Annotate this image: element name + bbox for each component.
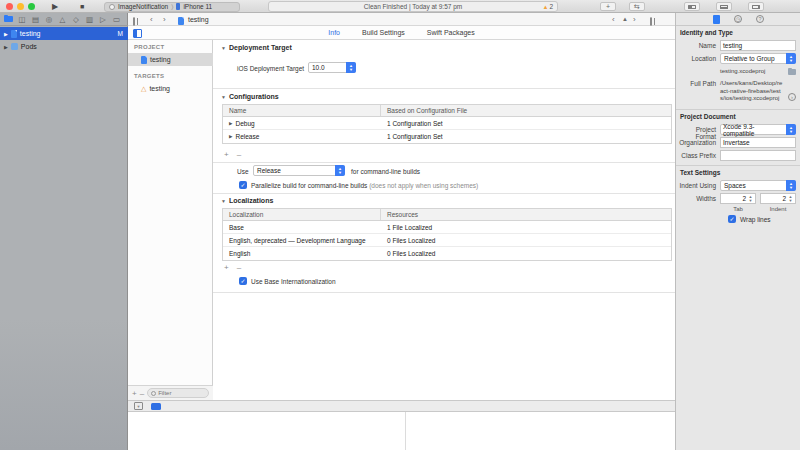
table-row[interactable]: Debug 1 Configuration Set (223, 117, 671, 130)
modified-badge: M (118, 30, 123, 37)
debug-console (128, 412, 675, 450)
column-localization: Localization (223, 209, 381, 220)
section-localizations[interactable]: Localizations (221, 197, 273, 204)
target-icon (141, 85, 146, 93)
add-configuration-button[interactable] (224, 150, 229, 159)
toggle-navigator-button[interactable] (684, 2, 700, 11)
base-internationalization-row[interactable]: Use Base Internationalization (239, 277, 336, 285)
minimize-window-button[interactable] (17, 3, 24, 10)
column-resources: Resources (381, 209, 671, 220)
table-row[interactable]: Base 1 File Localized (223, 221, 671, 234)
zoom-window-button[interactable] (28, 3, 35, 10)
report-navigator-icon[interactable]: ▭ (112, 15, 121, 24)
ios-deployment-target-select[interactable]: 10.0 (308, 62, 356, 73)
class-prefix-field[interactable] (720, 150, 796, 161)
filter-field[interactable] (147, 388, 209, 398)
indent-using-label: Indent Using (676, 182, 716, 189)
checkbox-checked-icon[interactable] (239, 181, 247, 189)
issue-navigator-icon[interactable]: △ (58, 15, 67, 24)
previous-issue-button[interactable] (612, 13, 615, 26)
checkbox-checked-icon[interactable] (728, 215, 736, 223)
section-configurations[interactable]: Configurations (221, 93, 279, 100)
library-button[interactable]: + (600, 2, 616, 11)
table-row[interactable]: English, deprecated — Development Langua… (223, 234, 671, 247)
disclosure-triangle-icon[interactable] (4, 44, 8, 50)
history-inspector-icon[interactable]: ◷ (734, 15, 742, 23)
tab-build-settings[interactable]: Build Settings (362, 29, 405, 36)
disclosure-triangle-icon[interactable] (4, 31, 8, 37)
remove-target-button[interactable] (140, 389, 144, 398)
wrap-lines-row[interactable]: Wrap lines (728, 215, 771, 223)
section-deployment-target[interactable]: Deployment Target (221, 44, 292, 51)
project-format-select[interactable]: Xcode 9.3-compatible (720, 124, 796, 135)
use-suffix-label: for command-line builds (351, 168, 420, 175)
nav-item-testing[interactable]: testing M (0, 27, 128, 40)
project-navigator-icon[interactable] (4, 16, 13, 22)
stop-button[interactable] (80, 0, 84, 13)
debug-navigator-icon[interactable]: ▥ (85, 15, 94, 24)
disclosure-down-icon[interactable] (221, 45, 226, 51)
reveal-in-finder-icon[interactable] (788, 93, 796, 101)
test-navigator-icon[interactable]: ◇ (72, 15, 81, 24)
organization-label: Organization (676, 139, 716, 146)
search-navigator-icon[interactable]: ◎ (45, 15, 54, 24)
warning-summary[interactable]: 2 (542, 3, 553, 10)
file-inspector-icon[interactable] (713, 15, 720, 24)
xcode-window: ImageNotification 〉 iPhone 11 Clean Fini… (0, 0, 800, 450)
tab-swift-packages[interactable]: Swift Packages (427, 29, 475, 36)
related-items-icon[interactable] (133, 17, 135, 26)
filter-input[interactable] (158, 390, 205, 396)
indent-width-stepper[interactable]: 2 (760, 193, 796, 204)
table-row[interactable]: Release 1 Configuration Set (223, 130, 671, 143)
nav-item-pods[interactable]: Pods (0, 40, 128, 53)
back-button[interactable] (150, 13, 153, 26)
disclosure-triangle-icon[interactable] (229, 121, 232, 126)
choose-location-folder-icon[interactable] (788, 69, 796, 75)
project-structure-toggle-icon[interactable] (133, 29, 142, 38)
stepper-arrows-icon (747, 194, 754, 203)
command-line-config-select[interactable]: Release (253, 165, 345, 176)
forward-button[interactable] (163, 13, 166, 26)
target-item[interactable]: testing (128, 82, 213, 95)
console-scope-icon[interactable] (151, 403, 161, 410)
adjust-editor-icon[interactable] (650, 17, 652, 26)
disclosure-down-icon[interactable] (221, 94, 226, 100)
table-row[interactable]: English 0 Files Localized (223, 247, 671, 260)
source-control-navigator-icon[interactable]: ◫ (18, 15, 27, 24)
close-window-button[interactable] (6, 3, 13, 10)
tab-info[interactable]: Info (328, 29, 340, 36)
identity-and-type-title: Identity and Type (680, 29, 733, 36)
editor-area: testing Info Build Settings Swift Packag… (128, 13, 675, 450)
toggle-debug-area-button[interactable] (716, 2, 732, 11)
remove-configuration-button[interactable] (237, 150, 241, 159)
project-item[interactable]: testing (128, 53, 213, 66)
hide-debug-area-icon[interactable] (134, 402, 143, 410)
project-format-label: Project Format (676, 126, 716, 140)
indent-using-select[interactable]: Spaces (720, 180, 796, 191)
disclosure-triangle-icon[interactable] (229, 134, 232, 139)
scheme-selector[interactable]: ImageNotification 〉 iPhone 11 (104, 2, 240, 12)
run-button[interactable] (52, 0, 58, 13)
location-select[interactable]: Relative to Group (720, 53, 796, 64)
jumpbar-file-name[interactable]: testing (188, 13, 209, 26)
localizations-actions (224, 263, 241, 272)
parallelize-checkbox-row[interactable]: Parallelize build for command-line build… (239, 181, 478, 189)
console-split-divider[interactable] (405, 412, 406, 450)
next-issue-button[interactable] (633, 13, 636, 26)
editor-options-button[interactable]: ⇆ (629, 2, 645, 11)
quick-help-inspector-icon[interactable]: ? (756, 15, 764, 23)
remove-localization-button[interactable] (237, 263, 241, 272)
disclosure-down-icon[interactable] (221, 198, 226, 204)
warning-icon[interactable] (622, 13, 628, 26)
breakpoint-navigator-icon[interactable]: ▷ (99, 15, 108, 24)
toggle-inspector-button[interactable] (748, 2, 764, 11)
scheme-device: iPhone 11 (183, 3, 212, 10)
symbol-navigator-icon[interactable]: ▤ (31, 15, 40, 24)
tab-width-stepper[interactable]: 2 (720, 193, 756, 204)
name-field[interactable]: testing (720, 40, 796, 51)
organization-field[interactable]: Invertase (720, 137, 796, 148)
warning-icon (542, 4, 548, 10)
checkbox-checked-icon[interactable] (239, 277, 247, 285)
add-target-button[interactable] (132, 389, 137, 398)
add-localization-button[interactable] (224, 263, 229, 272)
